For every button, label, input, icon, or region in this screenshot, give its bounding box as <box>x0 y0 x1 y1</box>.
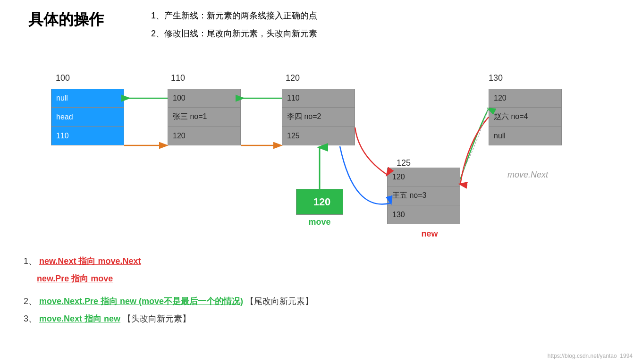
line1-link: new.Next 指向 move.Next <box>39 256 141 266</box>
line3-suffix: 【尾改向新元素】 <box>245 296 313 306</box>
head-cell1: null <box>51 89 124 108</box>
main-container: 具体的操作 1、产生新线：新元素的两条线接入正确的点 2、修改旧线：尾改向新元素… <box>0 0 642 364</box>
new-cell1: 120 <box>387 168 460 186</box>
bottom-line1: 1、 new.Next 指向 move.Next <box>24 254 313 269</box>
line2-link: new.Pre 指向 move <box>37 274 113 283</box>
addr-120: 120 <box>286 73 300 83</box>
bottom-line4: 3、 move.Next 指向 new 【头改向新元素】 <box>24 311 313 326</box>
new-node: 120 王五 no=3 130 <box>387 168 460 224</box>
line3-prefix: 2、 <box>24 296 37 306</box>
addr-125: 125 <box>397 158 411 168</box>
head-node: null head 110 <box>51 89 124 145</box>
node120-cell2: 李四 no=2 <box>282 108 355 127</box>
line4-suffix: 【头改向新元素】 <box>123 314 191 323</box>
head-cell3: 110 <box>51 127 124 145</box>
node130-cell2: 赵六 no=4 <box>489 108 562 127</box>
node-120: 110 李四 no=2 125 <box>282 89 355 145</box>
bottom-text: 1、 new.Next 指向 move.Next new.Pre 指向 move… <box>24 254 313 326</box>
node-110: 100 张三 no=1 120 <box>168 89 241 145</box>
line1-prefix: 1、 <box>24 256 37 266</box>
line3-link: move.Next.Pre 指向 new (move不是最后一个的情况) <box>39 296 243 306</box>
node130-cell3: null <box>489 127 562 145</box>
watermark: https://blog.csdn.net/yantao_1994 <box>548 353 633 359</box>
addr-130: 130 <box>489 73 503 83</box>
move-label: move <box>296 217 343 227</box>
node130-cell1: 120 <box>489 89 562 108</box>
node-130: 120 赵六 no=4 null <box>489 89 562 145</box>
node120-cell1: 110 <box>282 89 355 108</box>
move-value: 120 <box>296 189 343 215</box>
node110-cell2: 张三 no=1 <box>168 108 241 127</box>
addr-100: 100 <box>56 73 70 83</box>
line4-link: move.Next 指向 new <box>39 314 120 323</box>
rule2: 2、修改旧线：尾改向新元素，头改向新元素 <box>151 25 317 43</box>
main-title: 具体的操作 <box>28 9 104 30</box>
node120-cell3: 125 <box>282 127 355 145</box>
head-cell2: head <box>51 108 124 127</box>
rule1: 1、产生新线：新元素的两条线接入正确的点 <box>151 7 317 25</box>
bottom-line3: 2、 move.Next.Pre 指向 new (move不是最后一个的情况) … <box>24 294 313 309</box>
new-cell2: 王五 no=3 <box>387 186 460 205</box>
new-label: new <box>406 229 453 239</box>
bottom-line2: new.Pre 指向 move <box>37 271 313 286</box>
move-next-label: move.Next <box>507 170 548 180</box>
move-node: 120 <box>296 189 343 215</box>
title-rules: 1、产生新线：新元素的两条线接入正确的点 2、修改旧线：尾改向新元素，头改向新元… <box>151 7 317 43</box>
new-cell3: 130 <box>387 205 460 224</box>
node110-cell3: 120 <box>168 127 241 145</box>
line4-prefix: 3、 <box>24 314 37 323</box>
addr-110: 110 <box>171 73 185 83</box>
node110-cell1: 100 <box>168 89 241 108</box>
